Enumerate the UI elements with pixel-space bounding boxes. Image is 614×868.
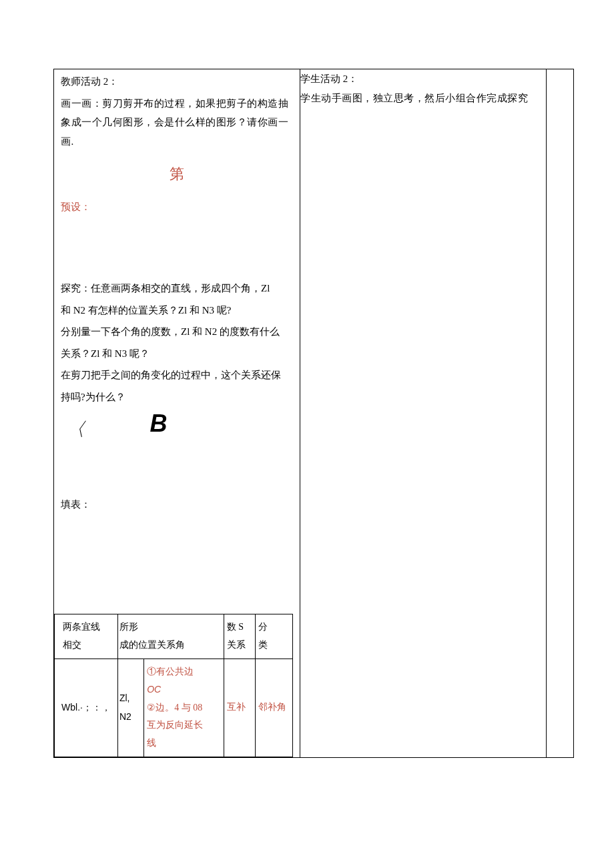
h1-line1: 两条宜线 (63, 622, 100, 632)
center-glyph: 第 (54, 151, 300, 197)
teacher-draw-prompt: 画一画：剪刀剪开布的过程，如果把剪子的构造抽象成一个几何图形，会是什么样的图形？… (54, 91, 300, 151)
explore-line-3: 分别量一下各个角的度数，Zl 和 N2 的度数有什么 (54, 320, 300, 342)
angle-relation-table: 两条宜线 相交 所形 成的位置关系角 数 S 关系 分 类 (54, 614, 293, 757)
margin-column (547, 69, 574, 758)
table-row: 两条宜线 相交 所形 成的位置关系角 数 S 关系 分 类 (55, 614, 293, 659)
header-position-angle: 所形 成的位置关系角 (117, 614, 224, 659)
cell-category: 邻补角 (256, 659, 293, 757)
arc-glyph: 〈 (66, 420, 85, 439)
h2-line2: 成的位置关系角 (119, 640, 185, 650)
cell-diagram-label: Wbl.·；：， (55, 659, 118, 757)
h3-line2: 关系 (227, 640, 246, 650)
pos-line3: ②边。4 与 08 (147, 703, 202, 713)
pos-line5: 线 (147, 738, 156, 748)
cell-relation: 互补 (224, 659, 255, 757)
header-category: 分 类 (256, 614, 293, 659)
pos-line2: OC (147, 684, 161, 695)
n2-label: N2 (119, 711, 131, 722)
h2-line1: 所形 (119, 622, 138, 632)
letter-b: B (150, 410, 168, 437)
cell-position-desc: ①有公共边 OC ②边。4 与 08 互为反向延长 线 (144, 659, 224, 757)
header-two-lines: 两条宜线 相交 (55, 614, 118, 659)
cell-angle-pair: Zl, N2 (117, 659, 143, 757)
blank-space-3 (54, 514, 300, 614)
h4-line1: 分 (258, 622, 268, 632)
explore-line-6: 持吗?为什么？ (54, 385, 300, 407)
teacher-title: 教师活动 2： (54, 69, 300, 91)
h1-line2: 相交 (63, 640, 81, 650)
zl-label: Zl, (119, 693, 130, 703)
h4-line2: 类 (258, 640, 268, 650)
student-title: 学生活动 2： (300, 69, 546, 89)
explore-line-2: 和 N2 有怎样的位置关系？Zl 和 N3 呢? (54, 298, 300, 320)
lesson-table: 教师活动 2： 画一画：剪刀剪开布的过程，如果把剪子的构造抽象成一个几何图形，会… (53, 69, 574, 758)
explore-line-5: 在剪刀把手之间的角变化的过程中，这个关系还保 (54, 363, 300, 385)
h3-line1: 数 S (227, 622, 244, 632)
wbl-text: Wbl.·；：， (61, 702, 111, 713)
student-activity-text: 学生动手画图，独立思考，然后小组合作完成探究 (300, 89, 546, 108)
explore-line-4: 关系？Zl 和 N3 呢？ (54, 342, 300, 364)
document-page: 教师活动 2： 画一画：剪刀剪开布的过程，如果把剪子的构造抽象成一个几何图形，会… (0, 69, 614, 868)
blank-space-1 (54, 216, 300, 276)
pos-line1: ①有公共边 (147, 667, 194, 677)
preset-label: 预设： (54, 197, 300, 217)
table-row: Wbl.·；：， Zl, N2 ①有公共边 OC ②边。4 与 08 互为反向延… (55, 659, 293, 757)
diagram-glyph-row: 〈 B (54, 406, 300, 439)
blank-space-2 (54, 439, 300, 492)
fill-table-label: 填表： (54, 492, 300, 514)
pos-line4: 互为反向延长 (147, 720, 203, 730)
explore-line-1: 探究：任意画两条相交的直线，形成四个角，Zl (54, 276, 300, 298)
student-column: 学生活动 2： 学生动手画图，独立思考，然后小组合作完成探究 (300, 69, 547, 758)
teacher-column: 教师活动 2： 画一画：剪刀剪开布的过程，如果把剪子的构造抽象成一个几何图形，会… (54, 69, 300, 758)
header-number-relation: 数 S 关系 (224, 614, 255, 659)
